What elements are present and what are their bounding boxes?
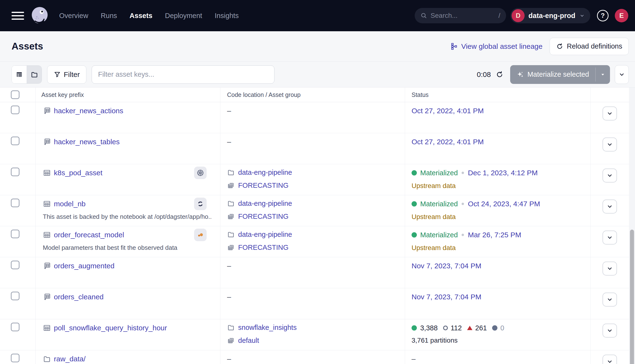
row-checkbox[interactable]	[11, 198, 20, 207]
asset-group-link[interactable]: FORECASTING	[238, 244, 288, 252]
global-search[interactable]: /	[415, 8, 506, 23]
table-row: order_forecast_model Model parameters th…	[0, 226, 635, 257]
in-progress-dot	[492, 325, 497, 330]
row-checkbox[interactable]	[11, 260, 20, 269]
flat-view-toggle[interactable]	[12, 66, 27, 84]
refresh-timer: 0:08	[477, 70, 491, 78]
last-materialization-link[interactable]: Oct 27, 2022, 4:01 PM	[412, 107, 484, 115]
search-input[interactable]	[431, 12, 495, 20]
asset-name-link[interactable]: orders_cleaned	[54, 293, 104, 301]
asset-group-link[interactable]: default	[238, 336, 259, 344]
materialize-options-caret[interactable]	[595, 65, 610, 84]
reload-definitions-button[interactable]: Reload definitions	[550, 38, 629, 55]
notebook-icon	[194, 198, 207, 210]
asset-name-link[interactable]: k8s_pod_asset	[54, 169, 103, 177]
deployment-switcher[interactable]: D data-eng-prod	[510, 8, 590, 23]
user-avatar[interactable]: E	[615, 9, 628, 22]
nav-item-insights[interactable]: Insights	[215, 12, 239, 20]
materialized-dot	[412, 232, 417, 238]
upstream-data-tag[interactable]: Upstream data	[412, 182, 590, 190]
view-global-asset-lineage-link[interactable]: View global asset lineage	[450, 42, 542, 50]
upstream-data-tag[interactable]: Upstream data	[412, 213, 590, 221]
table-icon	[43, 324, 51, 332]
nav-item-deployment[interactable]: Deployment	[165, 12, 202, 20]
asset-group-icon	[227, 336, 235, 344]
row-checkbox[interactable]	[11, 323, 20, 331]
row-checkbox[interactable]	[11, 136, 20, 145]
asset-name-link[interactable]: hacker_news_tables	[54, 138, 120, 146]
deployment-badge: D	[512, 9, 525, 22]
asset-group-icon	[227, 244, 235, 251]
filter-asset-keys-input[interactable]	[92, 66, 274, 84]
upstream-data-tag[interactable]: Upstream data	[412, 244, 590, 252]
scrollbar-thumb[interactable]	[630, 230, 634, 364]
materialize-selected-button[interactable]: Materialize selected	[510, 65, 610, 84]
asset-name-link[interactable]: poll_snowflake_query_history_hour	[54, 324, 167, 332]
asset-group-link[interactable]: FORECASTING	[238, 212, 288, 220]
failed-count: 261	[475, 324, 487, 332]
row-expand-button[interactable]	[602, 324, 617, 338]
table-row: orders_augmented – Nov 7, 2023, 7:04 PM	[0, 257, 635, 288]
row-checkbox[interactable]	[11, 106, 20, 114]
deployment-name: data-eng-prod	[528, 12, 575, 20]
row-expand-button[interactable]	[602, 230, 617, 244]
directory-view-toggle[interactable]	[27, 66, 42, 84]
row-expand-button[interactable]	[602, 138, 617, 152]
asset-name-link[interactable]: model_nb	[54, 200, 86, 208]
last-materialization-link[interactable]: Oct 24, 2023, 4:47 PM	[468, 200, 540, 208]
asset-group-link[interactable]: FORECASTING	[238, 182, 288, 190]
menu-icon[interactable]	[12, 12, 24, 20]
row-expand-button[interactable]	[602, 168, 617, 182]
scrollbar-track[interactable]	[629, 88, 635, 364]
asset-name-link[interactable]: hacker_news_actions	[54, 107, 123, 115]
row-checkbox[interactable]	[11, 168, 20, 176]
top-nav: Overview Runs Assets Deployment Insights…	[0, 0, 635, 31]
row-expand-button[interactable]	[602, 262, 617, 276]
toolbar-more-button[interactable]	[615, 65, 629, 84]
dagster-logo[interactable]	[30, 6, 49, 25]
last-materialization-link[interactable]: Oct 27, 2022, 4:01 PM	[412, 138, 484, 146]
missing-count: 112	[451, 324, 462, 332]
empty-location: –	[227, 138, 231, 146]
nav-item-runs[interactable]: Runs	[101, 12, 117, 20]
refresh-icon-button[interactable]	[496, 71, 503, 78]
empty-location: –	[227, 107, 231, 115]
search-shortcut-hint: /	[498, 12, 500, 20]
kubernetes-icon	[194, 166, 207, 179]
asset-description: Model parameters that best fit the obser…	[43, 244, 211, 252]
table-row: poll_snowflake_query_history_hour snowfl…	[0, 319, 635, 350]
filter-button[interactable]: Filter	[47, 66, 86, 84]
code-location-link[interactable]: data-eng-pipeline	[238, 168, 292, 176]
code-location-link[interactable]: snowflake_insights	[238, 324, 297, 332]
nav-item-assets[interactable]: Assets	[130, 12, 153, 20]
row-expand-button[interactable]	[602, 200, 617, 214]
asset-name-link[interactable]: orders_augmented	[54, 262, 115, 270]
row-expand-button[interactable]	[602, 292, 617, 306]
asset-name-link[interactable]: order_forecast_model	[54, 231, 124, 239]
missing-ring-icon	[443, 326, 448, 330]
help-icon[interactable]: ?	[597, 10, 608, 22]
last-materialization-link[interactable]: Dec 1, 2023, 4:12 PM	[468, 169, 537, 177]
nav-item-overview[interactable]: Overview	[59, 12, 88, 20]
table-row: k8s_pod_asset	[0, 164, 635, 195]
last-materialization-link[interactable]: Nov 7, 2023, 7:04 PM	[412, 293, 481, 301]
row-expand-button[interactable]	[602, 106, 617, 120]
asset-prefix-icon	[43, 107, 51, 115]
asset-name-link[interactable]: raw_data/	[54, 355, 86, 363]
code-location-folder-icon	[227, 168, 235, 176]
row-checkbox[interactable]	[11, 354, 20, 362]
row-expand-button[interactable]	[602, 354, 617, 364]
view-toggle	[12, 66, 42, 84]
last-materialization-link[interactable]: Nov 7, 2023, 7:04 PM	[412, 262, 481, 270]
code-location-link[interactable]: data-eng-pipeline	[238, 230, 292, 238]
last-materialization-link[interactable]: Mar 26, 7:25 PM	[468, 231, 521, 239]
select-all-checkbox[interactable]	[11, 90, 20, 99]
empty-status: –	[412, 355, 416, 363]
row-checkbox[interactable]	[11, 292, 20, 300]
table-icon	[43, 231, 51, 239]
materialized-label: Materialized	[420, 231, 458, 239]
row-checkbox[interactable]	[11, 230, 20, 238]
table-row: orders_cleaned – Nov 7, 2023, 7:04 PM	[0, 288, 635, 319]
primary-nav: Overview Runs Assets Deployment Insights	[59, 12, 239, 20]
code-location-link[interactable]: data-eng-pipeline	[238, 200, 292, 208]
